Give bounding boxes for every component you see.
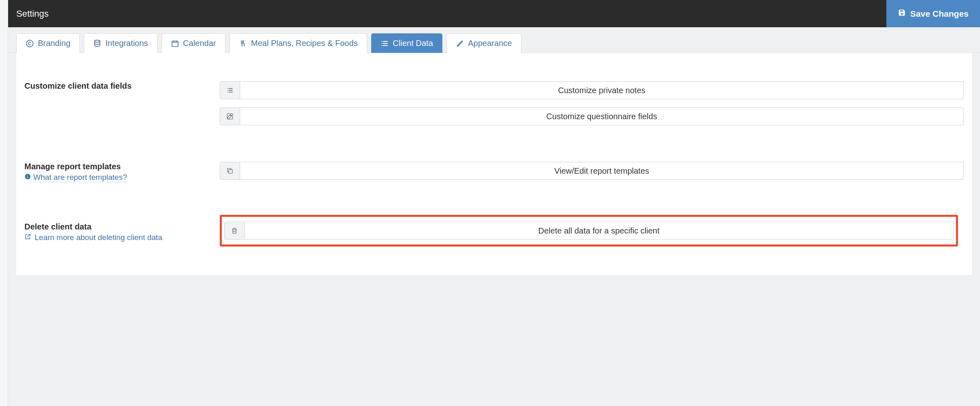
section-label: Customize client data fields	[16, 81, 220, 125]
svg-rect-7	[229, 170, 232, 173]
info-icon	[24, 173, 31, 182]
section-body: Customize private notes Customize questi…	[220, 81, 972, 125]
page-title: Settings	[16, 9, 49, 19]
section-body: View/Edit report templates	[220, 162, 972, 182]
action-row: Customize private notes	[220, 81, 964, 99]
left-gutter	[0, 0, 8, 406]
tab-integrations[interactable]: Integrations	[84, 33, 158, 53]
tabs: Branding Integrations Calendar Meal Plan…	[16, 33, 972, 52]
save-changes-button[interactable]: Save Changes	[886, 0, 980, 27]
edit-icon	[220, 107, 240, 125]
action-row: Customize questionnaire fields	[220, 107, 964, 125]
svg-rect-3	[227, 114, 233, 119]
highlight-annotation: Delete all data for a specific client	[220, 215, 958, 247]
svg-rect-5	[27, 176, 28, 178]
action-row: Delete all data for a specific client	[224, 222, 954, 240]
section-heading: Customize client data fields	[24, 81, 220, 91]
tab-label: Client Data	[393, 39, 433, 48]
customize-questionnaire-button[interactable]: Customize questionnaire fields	[240, 107, 964, 125]
copyright-icon	[26, 39, 34, 48]
save-icon	[898, 9, 906, 19]
section-label: Delete client data Learn more about dele…	[16, 215, 220, 247]
utensils-icon	[239, 39, 247, 48]
save-changes-label: Save Changes	[910, 9, 969, 19]
tab-label: Calendar	[183, 39, 216, 48]
tabs-container: Branding Integrations Calendar Meal Plan…	[8, 27, 980, 53]
action-row: View/Edit report templates	[220, 162, 964, 180]
section-heading: Manage report templates	[24, 162, 220, 171]
tab-client-data[interactable]: Client Data	[371, 33, 442, 53]
svg-point-1	[94, 40, 100, 42]
tab-calendar[interactable]: Calendar	[162, 33, 225, 53]
section-report-templates: Manage report templates What are report …	[16, 146, 972, 203]
tab-meal-plans[interactable]: Meal Plans, Recipes & Foods	[230, 33, 367, 53]
view-edit-report-templates-button[interactable]: View/Edit report templates	[240, 162, 964, 180]
topbar: Settings Save Changes	[8, 0, 980, 27]
section-body: Delete all data for a specific client	[220, 215, 972, 247]
calendar-icon	[171, 39, 179, 48]
delete-client-data-button[interactable]: Delete all data for a specific client	[245, 222, 954, 240]
tab-branding[interactable]: Branding	[16, 33, 80, 53]
page: Settings Save Changes Branding Integrati…	[8, 0, 980, 275]
section-customize-fields: Customize client data fields Customize p…	[16, 81, 972, 146]
svg-rect-2	[172, 41, 178, 46]
section-heading: Delete client data	[24, 222, 220, 231]
section-label: Manage report templates What are report …	[16, 162, 220, 182]
link-text: What are report templates?	[33, 173, 127, 182]
tab-label: Meal Plans, Recipes & Foods	[251, 39, 358, 48]
list-icon	[220, 81, 240, 99]
tab-label: Integrations	[105, 39, 148, 48]
external-link-icon	[24, 233, 31, 242]
delete-data-help-link[interactable]: Learn more about deleting client data	[24, 233, 162, 242]
link-text: Learn more about deleting client data	[35, 233, 162, 242]
tab-label: Appearance	[468, 39, 512, 48]
svg-point-0	[26, 40, 33, 47]
tab-label: Branding	[38, 39, 70, 48]
paintbrush-icon	[456, 39, 464, 48]
svg-rect-6	[27, 175, 28, 175]
tab-appearance[interactable]: Appearance	[446, 33, 521, 53]
section-delete-client-data: Delete client data Learn more about dele…	[16, 203, 972, 251]
copy-icon	[220, 162, 240, 180]
database-icon	[93, 39, 101, 48]
report-templates-help-link[interactable]: What are report templates?	[24, 173, 127, 182]
trash-icon	[224, 222, 245, 240]
content-panel: Customize client data fields Customize p…	[16, 53, 972, 275]
customize-private-notes-button[interactable]: Customize private notes	[240, 81, 964, 99]
list-icon	[381, 39, 389, 48]
